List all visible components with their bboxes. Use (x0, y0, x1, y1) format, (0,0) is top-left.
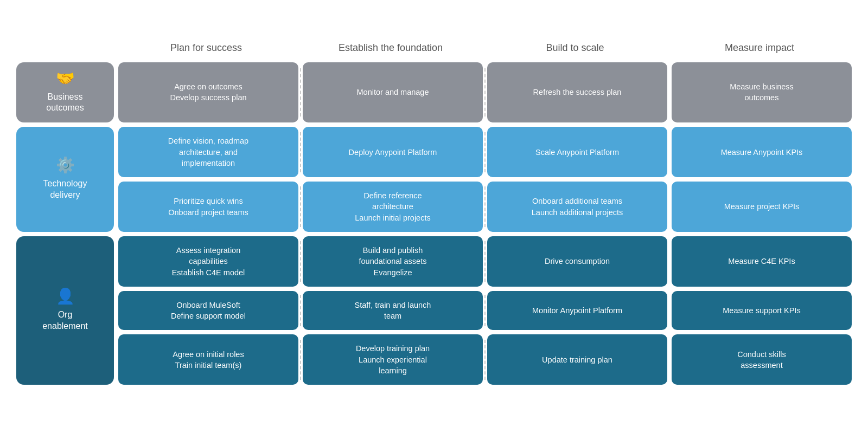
business-scale-text: Refresh the success plan (533, 87, 622, 98)
org2-measure-cell: Measure support KPIs (672, 291, 852, 331)
tech2-foundation-cell: Define reference architecture Launch ini… (303, 182, 483, 232)
label-org-enablement: 👤 Orgenablement (16, 236, 114, 385)
org3-foundation-cell: Develop training plan Launch experientia… (303, 334, 483, 385)
tech2-measure-text: Measure project KPIs (724, 201, 800, 212)
org3-plan-cell: Agree on initial roles Train initial tea… (118, 334, 298, 385)
tech2-measure-cell: Measure project KPIs (672, 182, 852, 232)
header-foundation: Establish the foundation (298, 38, 483, 58)
tech2-foundation-text: Define reference architecture Launch ini… (355, 190, 430, 223)
org3-measure-cell: Conduct skills assessment (672, 334, 852, 385)
tech-label-text: Technologydelivery (43, 178, 87, 201)
org2-plan-text: Onboard MuleSoft Define support model (171, 300, 246, 322)
business-plan-cell: Agree on outcomes Develop success plan (118, 62, 298, 123)
business-measure-cell: Measure business outcomes (672, 62, 852, 123)
org3-foundation-text: Develop training plan Launch experientia… (356, 343, 430, 376)
tech1-scale-cell: Scale Anypoint Platform (487, 127, 667, 177)
org2-scale-text: Monitor Anypoint Platform (532, 305, 622, 316)
org1-measure-text: Measure C4E KPIs (728, 256, 795, 267)
org2-foundation-text: Staff, train and launch team (355, 300, 431, 322)
header-row: Plan for success Establish the foundatio… (16, 38, 852, 58)
business-measure-text: Measure business outcomes (730, 81, 794, 103)
label-business-outcomes: 🤝 Businessoutcomes (16, 62, 114, 123)
org3-measure-text: Conduct skills assessment (737, 349, 786, 371)
tech2-scale-text: Onboard additional teams Launch addition… (532, 196, 623, 218)
tech1-scale-text: Scale Anypoint Platform (535, 147, 619, 158)
org1-foundation-text: Build and publish foundational assets Ev… (359, 245, 427, 278)
org3-scale-text: Update training plan (542, 354, 612, 365)
label-tech-delivery: ⚙️ Technologydelivery (16, 127, 114, 232)
business-scale-cell: Refresh the success plan (487, 62, 667, 123)
business-foundation-text: Monitor and manage (357, 87, 429, 98)
org3-scale-cell: Update training plan (487, 334, 667, 385)
tech1-plan-cell: Define vision, roadmap architecture, and… (118, 127, 298, 177)
org3-plan-text: Agree on initial roles Train initial tea… (173, 349, 244, 371)
header-measure: Measure impact (667, 38, 852, 58)
tech1-foundation-text: Deploy Anypoint Platform (349, 147, 437, 158)
handshake-icon: 🤝 (56, 71, 75, 86)
tech2-plan-text: Prioritize quick wins Onboard project te… (168, 196, 248, 218)
tech2-scale-cell: Onboard additional teams Launch addition… (487, 182, 667, 232)
tech2-plan-cell: Prioritize quick wins Onboard project te… (118, 182, 298, 232)
org1-measure-cell: Measure C4E KPIs (672, 236, 852, 287)
org1-scale-cell: Drive consumption (487, 236, 667, 287)
org-icon: 👤 (56, 289, 75, 304)
tech1-foundation-cell: Deploy Anypoint Platform (303, 127, 483, 177)
header-scale: Build to scale (483, 38, 667, 58)
org2-foundation-cell: Staff, train and launch team (303, 291, 483, 331)
org-label-text: Orgenablement (42, 309, 88, 332)
org1-scale-text: Drive consumption (545, 256, 610, 267)
business-foundation-cell: Monitor and manage (303, 62, 483, 123)
org2-plan-cell: Onboard MuleSoft Define support model (118, 291, 298, 331)
tech1-measure-text: Measure Anypoint KPIs (721, 147, 803, 158)
tech1-measure-cell: Measure Anypoint KPIs (672, 127, 852, 177)
business-plan-text: Agree on outcomes Develop success plan (170, 81, 246, 103)
org1-foundation-cell: Build and publish foundational assets Ev… (303, 236, 483, 287)
business-label-text: Businessoutcomes (46, 92, 84, 114)
org2-scale-cell: Monitor Anypoint Platform (487, 291, 667, 331)
main-container: Plan for success Establish the foundatio… (11, 27, 857, 400)
header-plan: Plan for success (114, 38, 298, 58)
org2-measure-text: Measure support KPIs (723, 305, 800, 316)
tech-icon: ⚙️ (56, 158, 75, 173)
content-grid: 🤝 Businessoutcomes Agree on outcomes Dev… (16, 62, 852, 390)
tech1-plan-text: Define vision, roadmap architecture, and… (168, 135, 248, 169)
org1-plan-cell: Assess integration capabilities Establis… (118, 236, 298, 287)
org1-plan-text: Assess integration capabilities Establis… (172, 245, 245, 278)
